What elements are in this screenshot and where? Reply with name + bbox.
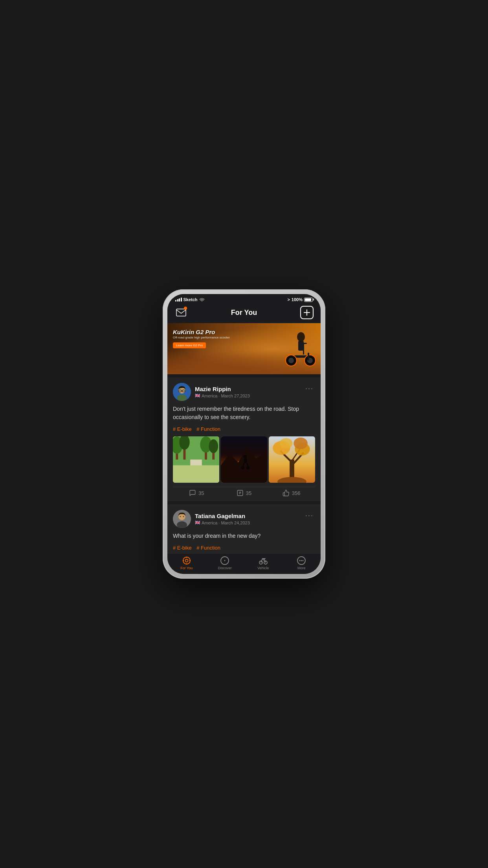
post-location-1: 🇬🇧 America · March 27,2023 (195, 393, 300, 398)
avatar-tatiana[interactable] (173, 510, 191, 528)
post-images-1 (173, 436, 315, 483)
svg-rect-10 (308, 353, 309, 360)
add-icon (303, 309, 310, 316)
banner-ad[interactable]: KuKirin G2 Pro Off-road grade high perfo… (167, 323, 321, 374)
svg-point-33 (244, 455, 247, 458)
vehicle-icon (259, 556, 268, 565)
comment-count-1: 35 (198, 490, 204, 496)
tag-ebike-2[interactable]: # E-bike (173, 545, 192, 551)
repost-count-1: 35 (246, 490, 251, 496)
post-tags-2: # E-bike # Function (173, 544, 315, 551)
comment-btn-1[interactable]: 35 (173, 489, 220, 497)
svg-point-47 (280, 438, 292, 449)
post-image-sunset-1[interactable] (221, 436, 267, 483)
svg-point-56 (183, 516, 184, 517)
location-text-1: America (202, 394, 217, 398)
more-options-1[interactable]: ··· (304, 383, 315, 394)
battery-icon (304, 298, 313, 302)
svg-rect-4 (301, 343, 307, 344)
page-title: For You (231, 309, 257, 317)
tag-ebike-1[interactable]: # E-bike (173, 426, 192, 432)
avatar-mazie-img (173, 383, 191, 401)
post-username-1: Mazie Rippin (195, 386, 300, 392)
phone-screen: Sketch > 100% (167, 294, 321, 574)
post-header-2: Tatiana Gagelman 🇬🇧 America · March 24,2… (173, 510, 315, 528)
post-image-park-1[interactable] (173, 436, 219, 483)
svg-point-55 (180, 516, 181, 517)
app-header: For You (167, 303, 321, 323)
post-image-autumn-1[interactable] (269, 436, 315, 483)
add-button[interactable] (300, 306, 314, 319)
more-icon (297, 556, 306, 565)
more-options-2[interactable]: ··· (304, 510, 315, 521)
notification-badge (184, 307, 187, 310)
repost-btn-1[interactable]: 35 (220, 489, 268, 497)
svg-point-7 (288, 358, 294, 363)
svg-point-97 (224, 560, 226, 561)
phone-frame: Sketch > 100% (163, 289, 325, 579)
carrier-label: Sketch (183, 297, 198, 302)
tab-more[interactable]: More (283, 556, 321, 570)
avatar-tatiana-img (173, 510, 191, 528)
main-content[interactable]: KuKirin G2 Pro Off-road grade high perfo… (167, 323, 321, 553)
banner-text-content: KuKirin G2 Pro Off-road grade high perfo… (173, 329, 230, 348)
post-username-2: Tatiana Gagelman (195, 513, 300, 519)
tag-function-1[interactable]: # Function (196, 426, 220, 432)
tab-discover-label: Discover (218, 566, 232, 570)
svg-rect-28 (173, 465, 219, 483)
svg-rect-34 (244, 458, 247, 463)
like-icon-1 (283, 489, 290, 497)
battery-arrow: > (287, 297, 290, 302)
signal-icon (175, 298, 182, 302)
svg-rect-0 (176, 309, 186, 316)
banner-learn-btn[interactable]: Learn more G2 Pro (173, 342, 206, 348)
date-1: March 27,2023 (221, 394, 250, 398)
tab-vehicle[interactable]: Vehicle (244, 556, 283, 570)
svg-point-103 (303, 560, 304, 561)
status-left: Sketch (175, 297, 205, 302)
wifi-icon (199, 297, 205, 302)
avatar-mazie[interactable] (173, 383, 191, 401)
comment-icon-1 (189, 489, 196, 497)
post-location-2: 🇬🇧 America · March 24,2023 (195, 520, 300, 525)
tab-more-label: More (297, 566, 306, 570)
banner-brand: KuKirin G2 Pro (173, 329, 230, 335)
like-count-1: 356 (292, 490, 301, 496)
tab-bar: For You Discover Vehicle (167, 553, 321, 574)
flag-2: 🇬🇧 (195, 520, 200, 525)
post-meta-1: Mazie Rippin 🇬🇧 America · March 27,2023 (195, 386, 300, 398)
location-text-2: America (202, 520, 217, 525)
tag-function-2[interactable]: # Function (196, 545, 220, 551)
banner-subtitle: Off-road grade high performance scooter (173, 336, 230, 339)
svg-point-16 (177, 395, 187, 401)
svg-point-91 (185, 559, 188, 562)
mail-icon (176, 309, 186, 316)
flag-1: 🇬🇧 (195, 393, 200, 398)
post-text-1: Don't just remember the tiredness on the… (173, 405, 315, 421)
post-header-1: Mazie Rippin 🇬🇧 America · March 27,2023 … (173, 383, 315, 401)
svg-point-26 (209, 439, 218, 453)
post-card-2: Tatiana Gagelman 🇬🇧 America · March 24,2… (167, 504, 321, 553)
svg-point-38 (246, 466, 250, 469)
post-tags-1: # E-bike # Function (173, 425, 315, 432)
svg-point-102 (301, 560, 302, 561)
svg-point-37 (241, 466, 245, 469)
svg-rect-3 (303, 343, 304, 355)
location-sep-1: · (218, 394, 220, 398)
for-you-icon (182, 556, 191, 565)
post-text-2: What is your dream in the new day? (173, 532, 315, 540)
tab-for-you-label: For You (180, 566, 193, 570)
tab-discover[interactable]: Discover (206, 556, 244, 570)
tab-vehicle-label: Vehicle (257, 566, 269, 570)
like-btn-1[interactable]: 356 (268, 489, 315, 497)
tab-for-you[interactable]: For You (167, 556, 206, 570)
post-actions-1: 35 35 (173, 487, 315, 498)
date-2: March 24,2023 (221, 520, 250, 525)
scooter-illustration (279, 327, 321, 372)
post-meta-2: Tatiana Gagelman 🇬🇧 America · March 24,2… (195, 513, 300, 525)
svg-point-46 (294, 438, 307, 449)
mail-button[interactable] (174, 306, 188, 319)
post-card-1: Mazie Rippin 🇬🇧 America · March 27,2023 … (167, 377, 321, 501)
status-bar: Sketch > 100% (167, 294, 321, 303)
location-sep-2: · (218, 520, 220, 525)
